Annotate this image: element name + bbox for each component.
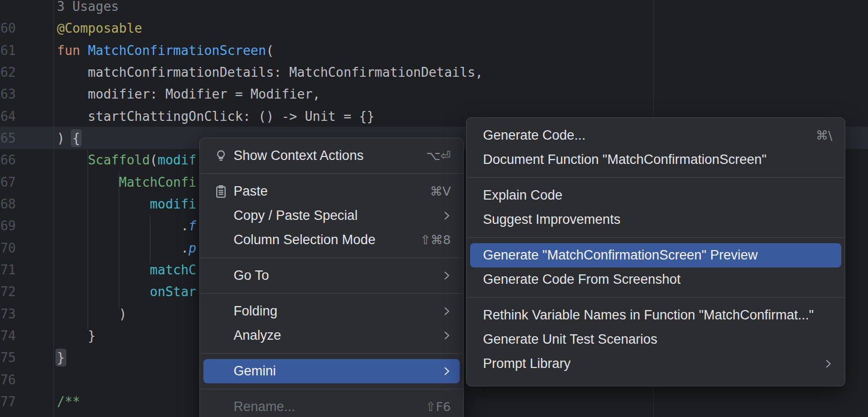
- menu-item-generate-unit-test-scenarios[interactable]: Generate Unit Test Scenarios: [470, 327, 841, 352]
- code-text[interactable]: Scaffold(modif: [57, 149, 196, 171]
- menu-separator: [200, 173, 463, 174]
- code-segment: [57, 197, 150, 211]
- menu-item-go-to[interactable]: Go To: [203, 263, 460, 288]
- submenu-arrow-icon: [440, 269, 453, 282]
- code-text[interactable]: onStar: [57, 281, 196, 303]
- shortcut-label: ⌘V: [430, 179, 451, 204]
- line-number[interactable]: 70: [0, 237, 16, 259]
- menu-item-gemini[interactable]: Gemini: [203, 359, 460, 383]
- submenu-arrow-icon: [440, 365, 453, 377]
- line-number[interactable]: 62: [0, 61, 16, 83]
- code-segment: }: [57, 328, 96, 343]
- menu-separator: [200, 293, 463, 294]
- code-text[interactable]: startChattingOnClick: () -> Unit = {}: [57, 105, 375, 127]
- code-text[interactable]: .f: [57, 215, 196, 237]
- code-text[interactable]: ) {: [57, 127, 80, 149]
- menu-item-analyze[interactable]: Analyze: [203, 323, 460, 348]
- code-line[interactable]: 3 Usages: [0, 0, 868, 18]
- code-segment: MatchConfi: [119, 175, 196, 190]
- menu-item-label: Generate Unit Test Scenarios: [483, 332, 657, 347]
- code-text[interactable]: /**: [57, 391, 80, 413]
- code-text[interactable]: modifi: [57, 193, 196, 215]
- code-text[interactable]: 3 Usages: [57, 0, 119, 17]
- line-number[interactable]: 78: [0, 413, 16, 417]
- code-text[interactable]: .p: [57, 237, 196, 259]
- line-number[interactable]: 75: [0, 347, 16, 368]
- code-segment: @Composable: [57, 21, 142, 36]
- code-segment: (: [150, 153, 158, 167]
- menu-item-rename[interactable]: Rename...⇧F6: [203, 395, 460, 417]
- code-segment: Scaffold: [88, 153, 150, 167]
- line-number[interactable]: 73: [0, 303, 16, 325]
- menu-item-rethink-variable-names-in-function-matchconfirmat[interactable]: Rethink Variable Names in Function "Matc…: [470, 303, 841, 327]
- code-text[interactable]: * Displays the man screen, including the…: [57, 413, 196, 417]
- menu-item-label: Generate Code...: [483, 128, 585, 143]
- line-number[interactable]: 69: [0, 215, 16, 237]
- code-segment: p: [189, 241, 196, 256]
- code-text[interactable]: MatchConfi: [57, 171, 196, 193]
- submenu-arrow-icon: [440, 209, 453, 222]
- shortcut-label: ⇧⌘8: [420, 228, 451, 252]
- usages-hint: 3 Usages: [57, 0, 119, 14]
- gemini-submenu: Generate Code...⌘\Document Function "Mat…: [466, 117, 845, 386]
- line-number[interactable]: 63: [0, 83, 16, 105]
- submenu-arrow-icon: [440, 329, 453, 342]
- line-number[interactable]: 77: [0, 391, 16, 413]
- line-number[interactable]: 61: [0, 40, 16, 61]
- menu-item-document-function-matchconfirmationscreen[interactable]: Document Function "MatchConfirmationScre…: [470, 148, 841, 172]
- menu-item-folding[interactable]: Folding: [203, 299, 460, 323]
- line-number[interactable]: 64: [0, 105, 16, 127]
- code-segment: modifi: [150, 197, 196, 211]
- line-number[interactable]: 65: [0, 127, 16, 149]
- line-number[interactable]: 74: [0, 325, 16, 347]
- line-number[interactable]: 72: [0, 281, 16, 303]
- code-text[interactable]: }: [57, 325, 96, 347]
- menu-item-suggest-improvements[interactable]: Suggest Improvements: [470, 208, 841, 232]
- menu-separator: [467, 237, 844, 238]
- menu-item-generate-code-from-screenshot[interactable]: Generate Code From Screenshot: [470, 267, 841, 292]
- code-segment: modif: [158, 153, 196, 167]
- menu-item-label: Column Selection Mode: [234, 232, 376, 247]
- code-segment: matchC: [150, 262, 196, 277]
- code-text[interactable]: matchConfirmationDetails: MatchConfirmat…: [57, 61, 483, 83]
- code-text[interactable]: fun MatchConfirmationScreen(: [57, 40, 274, 61]
- menu-item-label: Explain Code: [483, 188, 563, 203]
- code-segment: n screen, including the matched profiles…: [471, 413, 859, 417]
- line-number[interactable]: 67: [0, 171, 16, 193]
- menu-item-column-selection-mode[interactable]: Column Selection Mode⇧⌘8: [203, 228, 460, 252]
- code-text[interactable]: ): [57, 303, 127, 325]
- line-number[interactable]: 60: [0, 17, 16, 39]
- line-number[interactable]: 68: [0, 193, 16, 215]
- menu-item-paste[interactable]: Paste⌘V: [203, 179, 460, 204]
- menu-item-label: Analyze: [234, 328, 281, 343]
- code-text[interactable]: modifier: Modifier = Modifier,: [57, 83, 320, 105]
- code-segment: f: [189, 218, 196, 233]
- menu-item-prompt-library[interactable]: Prompt Library: [470, 352, 841, 376]
- menu-item-label: Document Function "MatchConfirmationScre…: [483, 152, 767, 167]
- line-number[interactable]: 66: [0, 149, 16, 171]
- code-line[interactable]: 61fun MatchConfirmationScreen(: [0, 40, 868, 62]
- line-number[interactable]: 76: [0, 369, 16, 391]
- menu-item-show-context-actions[interactable]: Show Context Actions⌥⏎: [203, 144, 460, 168]
- code-text[interactable]: }: [57, 347, 65, 368]
- code-line[interactable]: 63 modifier: Modifier = Modifier,: [0, 83, 868, 105]
- line-number[interactable]: 71: [0, 259, 16, 281]
- code-text[interactable]: @Composable: [57, 17, 142, 39]
- code-segment: /**: [57, 394, 80, 409]
- menu-item-copy-paste-special[interactable]: Copy / Paste Special: [203, 204, 460, 228]
- code-line[interactable]: 62 matchConfirmationDetails: MatchConfir…: [0, 61, 868, 84]
- code-segment: (: [266, 43, 274, 58]
- code-segment: .: [57, 218, 189, 233]
- code-segment: ): [57, 131, 72, 146]
- code-segment: MatchConfirmationScreen: [88, 43, 266, 58]
- menu-item-generate-code[interactable]: Generate Code...⌘\: [470, 123, 841, 148]
- code-text[interactable]: matchC: [57, 259, 196, 281]
- code-segment: .: [57, 241, 189, 256]
- menu-item-generate-matchconfirmationscreen-preview[interactable]: Generate "MatchConfirmationScreen" Previ…: [470, 243, 841, 267]
- menu-item-label: Paste: [234, 184, 268, 199]
- menu-item-label: Show Context Actions: [234, 148, 364, 163]
- menu-item-explain-code[interactable]: Explain Code: [470, 183, 841, 208]
- code-segment: [57, 284, 150, 299]
- code-line[interactable]: 60@Composable: [0, 17, 868, 40]
- menu-separator: [467, 177, 844, 178]
